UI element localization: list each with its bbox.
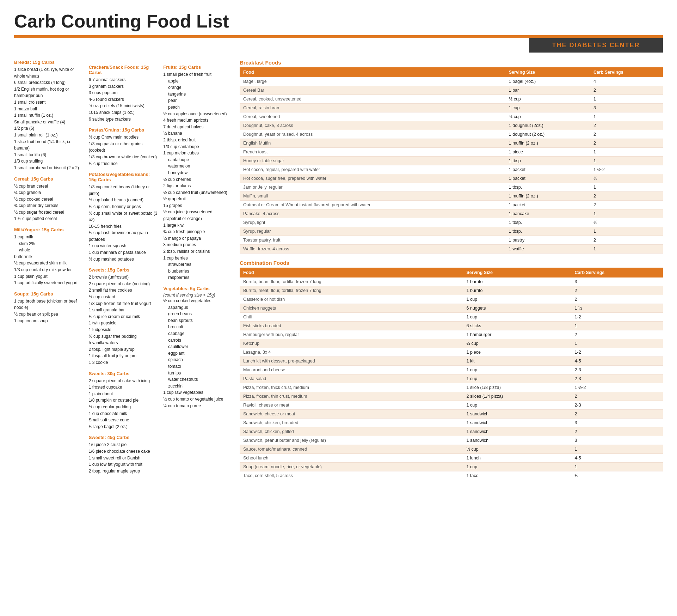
food-item: tomato <box>163 363 233 370</box>
page-title: Carb Counting Food List <box>14 11 663 32</box>
table-cell: 1 burrito <box>463 286 571 295</box>
food-item: ½ cup evaporated skim milk <box>14 260 84 267</box>
section-note-col2-1: (count if serving size > 15g) <box>163 293 233 298</box>
food-item: 1 frosted cupcake <box>89 384 158 391</box>
section-title-col0-2: Milk/Yogurt: 15g Carbs <box>14 227 84 232</box>
food-item: 1 cup raw vegetables <box>163 389 233 396</box>
food-item: ¼ cup granola <box>14 189 84 196</box>
table-cell: 1 cup <box>463 374 571 383</box>
food-item: 1/3 cup brown or white rice (cooked) <box>89 154 158 160</box>
table-cell: Cereal, raisin bran <box>240 104 505 112</box>
food-item: ½ cup hash browns or au gratin potatoes <box>89 230 158 243</box>
table-row: Toaster pastry, fruit1 pastry2 <box>240 236 663 245</box>
food-item: ½ cup tomato or vegetable juice <box>163 396 233 403</box>
table-cell: 3 <box>571 419 663 427</box>
food-item: 1/3 cup nonfat dry milk powder <box>14 267 84 273</box>
food-item: 3 cups popcorn <box>89 90 158 96</box>
food-item: 1 small sweet roll or Danish <box>89 455 158 462</box>
food-item: 1/6 piece 2 crust pie <box>89 441 158 448</box>
food-item: 1 cup chocolate milk <box>89 410 158 417</box>
food-item: ½ cup Chow mein noodles <box>89 134 158 141</box>
table-cell: Fish sticks breaded <box>240 322 463 330</box>
table-cell: Syrup, light <box>240 218 505 227</box>
table-cell: 1 sandwich <box>463 436 571 445</box>
food-item: 1 small croissant <box>14 99 84 106</box>
table-cell: 4 <box>590 77 663 86</box>
table-cell: Syrup, regular <box>240 227 505 236</box>
table-cell: 1 cup <box>505 104 590 112</box>
table-cell: Sandwich, cheese or meat <box>240 410 463 419</box>
table-cell: 2 <box>590 192 663 201</box>
table-cell: 1 <box>571 463 663 471</box>
table-cell: Sandwich, peanut butter and jelly (regul… <box>240 436 463 445</box>
food-item: 1 slice fruit bread (1/4 thick; i.e. ban… <box>14 139 84 152</box>
table-cell: 1 <box>590 157 663 165</box>
table-cell: ½ <box>571 471 663 480</box>
food-item: watermelon <box>163 163 233 170</box>
table-row: Sandwich, chicken, grilled1 sandwich2 <box>240 427 663 436</box>
table-cell: 1 <box>590 148 663 157</box>
right-panel: Breakfast Foods FoodServing SizeCarb Ser… <box>240 60 663 487</box>
food-item: 4 fresh medium apricots <box>163 117 233 124</box>
table-row: Cereal, raisin bran1 cup3 <box>240 104 663 112</box>
table-cell: 2-3 <box>571 366 663 374</box>
table-row: English Muffin1 muffin (2 oz.)2 <box>240 139 663 148</box>
food-item: 2 tbsp. raisins or craisins <box>163 248 233 255</box>
table-cell: 1 <box>590 227 663 236</box>
table-row: Waffle, frozen, 4 across1 waffle1 <box>240 245 663 254</box>
food-item: raspberries <box>163 274 233 281</box>
table-cell: 1 <box>590 245 663 254</box>
section-title-col0-1: Cereal: 15g Carbs <box>14 176 84 182</box>
table-row: Fish sticks breaded6 sticks1 <box>240 322 663 330</box>
food-item: 1 slice bread (1 oz. rye, white or whole… <box>14 66 84 79</box>
food-item: cabbage <box>163 330 233 337</box>
table-cell: 1 packet <box>505 165 590 174</box>
table-cell: Sandwich, chicken, grilled <box>240 427 463 436</box>
table-cell: 1 cup <box>463 295 571 304</box>
table-cell: 2 slices (1/4 pizza) <box>463 392 571 401</box>
food-item: zucchini <box>163 383 233 390</box>
table-cell: 4-5 <box>571 357 663 366</box>
table-header: Serving Size <box>505 67 590 77</box>
table-header: Carb Servings <box>590 67 663 77</box>
food-item: 1 twin popsicle <box>89 320 158 327</box>
food-item: 1 cup artificially sweetened yogurt <box>14 280 84 286</box>
table-cell: Taco, corn shell, 5 across <box>240 471 463 480</box>
table-cell: 1 doughnut (2oz.) <box>505 121 590 130</box>
food-item: 1 cup berries <box>163 255 233 262</box>
left-col-2: Fruits: 15g Carbs1 small piece of fresh … <box>163 60 233 474</box>
table-cell: 3 <box>590 104 663 112</box>
table-cell: Burrito, meat, flour, tortilla, frozen 7… <box>240 286 463 295</box>
food-item: 6 small breadsticks (4 long) <box>14 79 84 86</box>
food-item: broccoli <box>163 324 233 330</box>
table-cell: ¾ cup <box>505 112 590 121</box>
table-header: Food <box>240 67 505 77</box>
table-cell: 3 <box>571 277 663 286</box>
table-cell: 1 pancake <box>505 209 590 218</box>
food-item: 2 tbsp. light maple syrup <box>89 346 158 353</box>
table-cell: 1 tbsp <box>505 157 590 165</box>
food-item: 6-7 animal crackers <box>89 77 158 83</box>
table-cell: 2 <box>571 410 663 419</box>
food-item: ½ cup custard <box>89 294 158 300</box>
table-row: Pasta salad1 cup2-3 <box>240 374 663 383</box>
table-cell: 1 waffle <box>505 245 590 254</box>
food-item: 2 small fat free cookies <box>89 287 158 294</box>
table-cell: 1 <box>571 322 663 330</box>
section-title-col1-5: Sweets: 45g Carbs <box>89 435 158 440</box>
section-title-col0-0: Breads: 15g Carbs <box>14 60 84 65</box>
food-item: 1 small cornbread or biscuit (2 x 2) <box>14 165 84 171</box>
food-item: 1 3 cookie <box>89 359 158 366</box>
food-item: ½ cup sugar frosted cereal <box>14 209 84 216</box>
table-cell: 2-3 <box>571 401 663 410</box>
table-cell: Lasagna, 3x 4 <box>240 348 463 357</box>
left-col-1: Crackers/Snack Foods: 15g Carbs6-7 anima… <box>89 60 158 474</box>
food-item: 1 small plain roll (1 oz.) <box>14 132 84 139</box>
food-item: ½ cup small white or sweet potato (3 oz) <box>89 210 158 223</box>
table-cell: ¼ cup <box>463 339 571 348</box>
food-item: ½ cup sugar free pudding <box>89 333 158 340</box>
table-row: Burrito, bean, flour, tortilla, frozen 7… <box>240 277 663 286</box>
table-row: Taco, corn shell, 5 across1 taco½ <box>240 471 663 480</box>
food-item: 1/3 cup stuffing <box>14 158 84 165</box>
section-title-col2-1: Vegetables: 5g Carbs <box>163 286 233 291</box>
